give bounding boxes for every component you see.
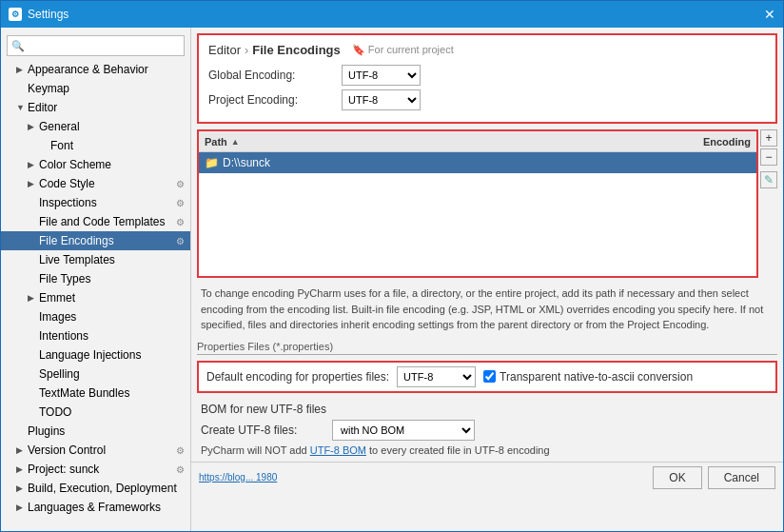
- sidebar-item-file-encodings[interactable]: File Encodings ⚙: [1, 231, 190, 250]
- no-expand: [28, 407, 37, 417]
- settings-gear-icon: ⚙: [176, 179, 185, 189]
- default-encoding-label: Default encoding for properties files:: [206, 370, 389, 384]
- sidebar-item-textmate-bundles[interactable]: TextMate Bundles: [1, 384, 190, 403]
- for-current-label[interactable]: 🔖 For current project: [352, 44, 454, 56]
- sidebar-item-general[interactable]: ▶ General: [1, 117, 190, 136]
- side-buttons: + − ✎: [760, 129, 777, 278]
- no-expand: [16, 426, 26, 436]
- bom-section-title: BOM for new UTF-8 files: [201, 403, 774, 416]
- no-expand: [28, 255, 37, 265]
- expand-icon: ▶: [16, 65, 26, 74]
- expand-placeholder: [16, 84, 26, 93]
- path-value: D:\\sunck: [223, 156, 270, 169]
- footer-link[interactable]: https://blog... 1980: [199, 472, 277, 483]
- expand-icon: ▶: [16, 464, 26, 474]
- sidebar-item-editor[interactable]: ▼ Editor: [1, 98, 190, 117]
- expand-icon: ▶: [16, 445, 26, 455]
- sidebar-item-emmet[interactable]: ▶ Emmet: [1, 288, 190, 307]
- sidebar: ▶ Appearance & Behavior Keymap ▼ Editor …: [1, 28, 191, 531]
- breadcrumb-separator: ›: [245, 43, 248, 57]
- bom-note-suffix: to every created file in UTF-8 encoding: [366, 444, 550, 456]
- breadcrumb-area: Editor › File Encodings 🔖 For current pr…: [197, 33, 777, 124]
- sidebar-item-todo[interactable]: TODO: [1, 403, 190, 422]
- default-encoding-select[interactable]: UTF-8 UTF-16 ISO-8859-1: [397, 366, 476, 387]
- create-utf8-select[interactable]: with NO BOM with BOM: [332, 420, 475, 441]
- remove-path-button[interactable]: −: [760, 148, 777, 166]
- bom-note-prefix: PyCharm will NOT add: [201, 444, 310, 456]
- title-bar-left: ⚙ Settings: [9, 8, 69, 21]
- sidebar-item-project-sunck[interactable]: ▶ Project: sunck ⚙: [1, 460, 190, 479]
- sidebar-item-file-types[interactable]: File Types: [1, 269, 190, 288]
- main-content: ▶ Appearance & Behavior Keymap ▼ Editor …: [1, 28, 783, 531]
- gear-icon: ⚙: [176, 217, 185, 227]
- sidebar-item-spelling[interactable]: Spelling: [1, 365, 190, 384]
- properties-encoding-row: Default encoding for properties files: U…: [197, 361, 777, 393]
- add-path-button[interactable]: +: [760, 129, 777, 147]
- no-expand: [28, 388, 37, 398]
- bom-link[interactable]: UTF-8 BOM: [310, 444, 366, 456]
- no-expand: [39, 141, 49, 150]
- sidebar-item-language-injections[interactable]: Language Injections: [1, 345, 190, 365]
- sidebar-item-color-scheme[interactable]: ▶ Color Scheme: [1, 155, 190, 174]
- gear-icon: ⚙: [176, 236, 185, 246]
- col-path-header: Path ▲: [199, 136, 661, 148]
- global-encoding-row: Global Encoding: UTF-8 UTF-16 ISO-8859-1: [208, 65, 766, 86]
- global-encoding-label: Global Encoding:: [208, 69, 342, 82]
- breadcrumb-parent: Editor: [208, 43, 241, 57]
- table-body: 📁 D:\\sunck: [199, 152, 756, 276]
- expand-icon: ▶: [16, 502, 26, 512]
- bom-section: BOM for new UTF-8 files Create UTF-8 fil…: [191, 397, 783, 462]
- search-box: [1, 31, 190, 60]
- collapse-icon: ▼: [16, 103, 26, 112]
- folder-icon: 📁: [205, 156, 219, 169]
- global-encoding-select[interactable]: UTF-8 UTF-16 ISO-8859-1: [342, 65, 421, 86]
- sidebar-item-file-code-templates[interactable]: File and Code Templates ⚙: [1, 212, 190, 231]
- path-encoding-table: Path ▲ Encoding 📁 D:\\sunck: [197, 129, 758, 278]
- transparent-label-text: Transparent native-to-ascii conversion: [500, 370, 693, 384]
- expand-icon: ▶: [28, 160, 37, 169]
- expand-icon: ▶: [28, 293, 37, 303]
- search-input[interactable]: [7, 35, 185, 56]
- sidebar-item-images[interactable]: Images: [1, 307, 190, 326]
- no-expand: [28, 331, 37, 341]
- project-encoding-label: Project Encoding:: [208, 93, 342, 107]
- transparent-checkbox-label[interactable]: Transparent native-to-ascii conversion: [483, 370, 693, 384]
- sidebar-item-inspections[interactable]: Inspections ⚙: [1, 193, 190, 212]
- no-expand: [28, 350, 37, 360]
- sidebar-item-font[interactable]: Font: [1, 136, 190, 155]
- sidebar-item-languages-frameworks[interactable]: ▶ Languages & Frameworks: [1, 498, 190, 517]
- expand-icon: ▶: [28, 179, 37, 188]
- bom-note: PyCharm will NOT add UTF-8 BOM to every …: [201, 444, 774, 456]
- table-row[interactable]: 📁 D:\\sunck: [199, 152, 756, 173]
- cancel-button[interactable]: Cancel: [708, 466, 775, 489]
- sidebar-item-appearance[interactable]: ▶ Appearance & Behavior: [1, 60, 190, 79]
- sidebar-item-live-templates[interactable]: Live Templates: [1, 250, 190, 269]
- footer: https://blog... 1980 OK Cancel: [191, 462, 783, 493]
- create-utf8-label: Create UTF-8 files:: [201, 424, 324, 437]
- sidebar-item-version-control[interactable]: ▶ Version Control ⚙: [1, 441, 190, 460]
- expand-icon: ▶: [16, 483, 26, 493]
- transparent-checkbox[interactable]: [483, 370, 496, 383]
- no-expand: [28, 236, 37, 246]
- title-bar: ⚙ Settings ✕: [1, 1, 783, 28]
- window-title: Settings: [28, 8, 69, 21]
- path-encoding-table-wrapper: Path ▲ Encoding 📁 D:\\sunck + −: [197, 129, 777, 278]
- no-expand: [28, 198, 37, 207]
- close-button[interactable]: ✕: [764, 7, 775, 22]
- project-encoding-select[interactable]: UTF-8 UTF-16 ISO-8859-1: [342, 89, 421, 110]
- edit-path-button[interactable]: ✎: [760, 171, 777, 188]
- breadcrumb: Editor › File Encodings 🔖 For current pr…: [208, 43, 766, 57]
- breadcrumb-current: File Encodings: [252, 43, 340, 57]
- sidebar-item-code-style[interactable]: ▶ Code Style ⚙: [1, 174, 190, 193]
- ok-button[interactable]: OK: [653, 466, 701, 489]
- project-encoding-row: Project Encoding: UTF-8 UTF-16 ISO-8859-…: [208, 89, 766, 110]
- main-panel: Editor › File Encodings 🔖 For current pr…: [191, 28, 783, 531]
- settings-icon: ⚙: [176, 198, 185, 208]
- sidebar-item-plugins[interactable]: Plugins: [1, 422, 190, 441]
- properties-section: Properties Files (*.properties) Default …: [197, 341, 777, 393]
- sidebar-item-intentions[interactable]: Intentions: [1, 326, 190, 345]
- sidebar-item-build-execution[interactable]: ▶ Build, Execution, Deployment: [1, 479, 190, 498]
- gear-icon: ⚙: [176, 445, 185, 456]
- sidebar-item-keymap[interactable]: Keymap: [1, 79, 190, 98]
- col-encoding-header: Encoding: [661, 136, 756, 148]
